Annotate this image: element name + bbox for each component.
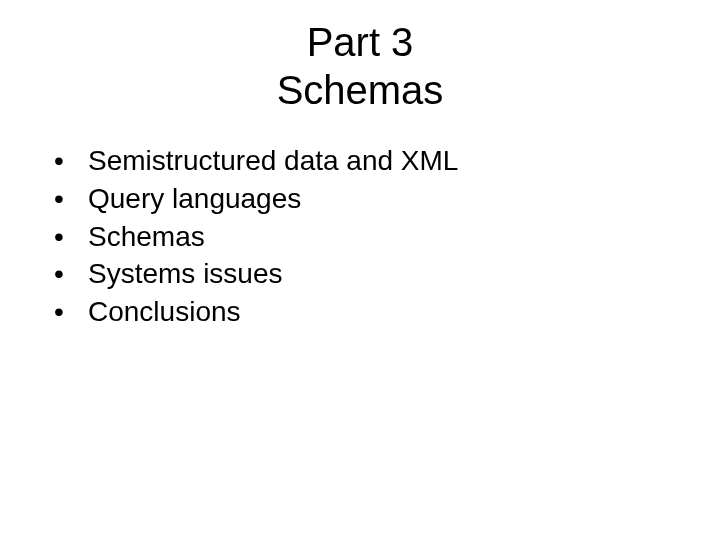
list-item-label: Systems issues [88, 255, 283, 293]
title-line-1: Part 3 [0, 18, 720, 66]
bullet-icon: • [54, 255, 88, 293]
list-item: • Conclusions [54, 293, 720, 331]
list-item: • Query languages [54, 180, 720, 218]
list-item: • Schemas [54, 218, 720, 256]
list-item-label: Conclusions [88, 293, 241, 331]
slide: Part 3 Schemas • Semistructured data and… [0, 0, 720, 540]
bullet-icon: • [54, 293, 88, 331]
list-item-label: Schemas [88, 218, 205, 256]
list-item: • Semistructured data and XML [54, 142, 720, 180]
bullet-icon: • [54, 142, 88, 180]
list-item-label: Semistructured data and XML [88, 142, 458, 180]
bullet-icon: • [54, 218, 88, 256]
list-item: • Systems issues [54, 255, 720, 293]
bullet-icon: • [54, 180, 88, 218]
list-item-label: Query languages [88, 180, 301, 218]
slide-body: • Semistructured data and XML • Query la… [0, 142, 720, 331]
slide-title: Part 3 Schemas [0, 18, 720, 114]
title-line-2: Schemas [0, 66, 720, 114]
